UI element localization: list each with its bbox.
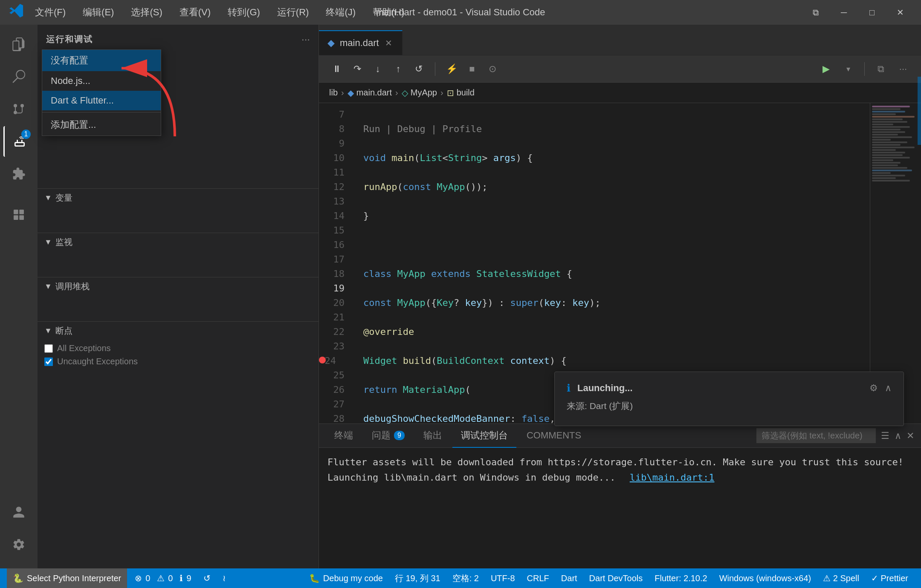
status-dart-devtools[interactable]: Dart DevTools [583,568,649,588]
status-spell[interactable]: ⚠ 2 Spell [817,568,865,588]
dropdown-item-dart-flutter[interactable]: Dart & Flutter... [42,91,161,110]
status-debug-my-code[interactable]: 🐛 Debug my code [303,568,389,588]
status-os[interactable]: Windows (windows-x64) [713,568,817,588]
python-icon: 🐍 [13,573,23,583]
debug-lightning-btn[interactable]: ⚡ [442,60,461,78]
menu-edit[interactable]: 编辑(E) [75,3,122,21]
breadcrumb-file[interactable]: ◆ main.dart [348,88,392,98]
breakpoints-title: 断点 [55,325,72,337]
tab-bar: ◆ main.dart ✕ [319,25,921,55]
debug-toolbar: ⏸ ↷ ↓ ↑ ↺ ⚡ ■ ⊙ ▶ ▾ ⧉ ··· [319,55,921,83]
more-actions-btn[interactable]: ··· [894,60,912,78]
dropdown-item-add-config[interactable]: 添加配置... [42,114,161,135]
callstack-title: 调用堆栈 [55,281,90,292]
svg-point-2 [14,104,17,107]
panel-tab-output[interactable]: 输出 [415,424,451,448]
status-python-interpreter[interactable]: 🐍 Select Python Interpreter [7,568,127,588]
status-errors-warnings[interactable]: ⊗ 0 ⚠ 0 ℹ 9 [129,568,197,588]
run-debug-link[interactable]: Run | Debug | Profile [363,122,482,136]
errors-icon: ⊗ [135,573,142,583]
method-icon: ⊡ [447,88,454,98]
callstack-chevron-icon: ▼ [44,282,52,291]
titlebar-menu: 文件(F) 编辑(E) 选择(S) 查看(V) 转到(G) 运行(R) 终端(J… [27,3,412,21]
all-exceptions-label: All Exceptions [57,343,111,353]
status-bar: 🐍 Select Python Interpreter ⊗ 0 ⚠ 0 ℹ 9 … [0,568,921,588]
debug-step-into-btn[interactable]: ↓ [368,60,387,78]
activity-bottom [3,497,34,568]
activity-run-debug[interactable]: 1 [3,126,34,157]
dropdown-item-no-config[interactable]: 没有配置 [42,50,161,71]
callstack-header[interactable]: ▼ 调用堆栈 [38,277,319,296]
layout-btn[interactable]: ⧉ [803,3,828,22]
menu-select[interactable]: 选择(S) [123,3,170,21]
activity-settings[interactable] [3,529,34,560]
panel-line-1: Flutter assets will be downloaded from h… [327,455,912,470]
status-line-col[interactable]: 行 19, 列 31 [389,568,446,588]
split-editor-btn[interactable]: ⧉ [872,60,890,78]
menu-terminal[interactable]: 终端(J) [318,3,363,21]
panel-file-link[interactable]: lib\main.dart:1 [630,472,715,483]
panel-filter-input[interactable] [756,428,876,443]
status-encoding[interactable]: UTF-8 [485,568,521,588]
status-language[interactable]: Dart [555,568,583,588]
panel-tab-problems[interactable]: 问题 9 [363,424,413,448]
breadcrumb-lib[interactable]: lib [329,88,338,98]
tab-main-dart[interactable]: ◆ main.dart ✕ [319,30,403,55]
activity-search[interactable] [3,61,34,92]
minimize-btn[interactable]: ─ [831,3,856,22]
status-prettier[interactable]: ✓ Prettier [865,568,914,588]
menu-file[interactable]: 文件(F) [27,3,73,21]
panel-tab-debug-console[interactable]: 调试控制台 [452,424,516,448]
debug-step-over-btn[interactable]: ↷ [348,60,367,78]
code-line-14: @override [363,325,860,339]
watch-header[interactable]: ▼ 监视 [38,233,319,251]
panel-tabs: 终端 问题 9 输出 调试控制台 COMMENTS ☰ ∧ [319,424,921,448]
tab-close-btn[interactable]: ✕ [384,38,394,48]
activity-accounts[interactable] [3,497,34,527]
breakpoints-header[interactable]: ▼ 断点 [38,322,319,340]
maximize-btn[interactable]: □ [860,3,884,22]
status-sync[interactable]: ↺ [197,568,217,588]
run-more-btn[interactable]: ▾ [839,60,857,78]
status-indent[interactable]: 空格: 2 [446,568,485,588]
notification-header: ℹ Launching... ⚙ ∧ [567,382,892,394]
all-exceptions-checkbox[interactable] [44,344,53,353]
debug-restart-btn[interactable]: ↺ [409,60,428,78]
debug-step-out-btn[interactable]: ↑ [389,60,408,78]
debug-controls: ⏸ ↷ ↓ ↑ ↺ [327,60,428,78]
activity-remote[interactable] [3,199,34,230]
run-btn[interactable]: ▶ [817,60,835,78]
activity-source-control[interactable] [3,94,34,124]
menu-goto[interactable]: 转到(G) [220,3,268,21]
uncaught-exceptions-label: Uncaught Exceptions [57,357,138,366]
debug-circle-btn[interactable]: ⊙ [483,60,502,78]
python-interpreter-label: Select Python Interpreter [27,574,121,583]
sidebar-more-btn[interactable]: ··· [301,33,310,45]
menu-run[interactable]: 运行(R) [269,3,317,21]
dropdown-item-nodejs[interactable]: Node.js... [42,71,161,91]
panel-tab-comments[interactable]: COMMENTS [518,424,590,448]
status-ports[interactable]: ≀ [217,568,232,588]
panel-up-icon[interactable]: ∧ [895,430,901,441]
panel-list-icon[interactable]: ☰ [881,430,889,441]
panel-close-icon[interactable]: ✕ [907,430,914,441]
status-line-ending[interactable]: CRLF [521,568,555,588]
variables-header[interactable]: ▼ 变量 [38,189,319,207]
status-flutter-version[interactable]: Flutter: 2.10.2 [649,568,713,588]
warnings-icon: ⚠ [157,573,165,583]
menu-view[interactable]: 查看(V) [172,3,218,21]
activity-extensions[interactable] [3,159,34,189]
breadcrumb-class[interactable]: ◇ MyApp [402,88,437,98]
breadcrumb-method[interactable]: ⊡ build [447,88,475,98]
code-line-12: class MyApp extends StatelessWidget { [363,267,860,281]
close-btn[interactable]: ✕ [888,3,912,22]
dart-file-icon: ◆ [327,37,335,49]
notification-close-icon[interactable]: ∧ [885,383,892,394]
panel-tab-terminal[interactable]: 终端 [326,424,362,448]
uncaught-exceptions-checkbox[interactable] [44,357,53,366]
debug-stop-btn[interactable]: ■ [463,60,481,78]
activity-explorer[interactable] [3,29,34,60]
notification-gear-icon[interactable]: ⚙ [869,383,878,394]
debug-pause-btn[interactable]: ⏸ [327,60,346,78]
notification-title: Launching... [577,383,633,394]
